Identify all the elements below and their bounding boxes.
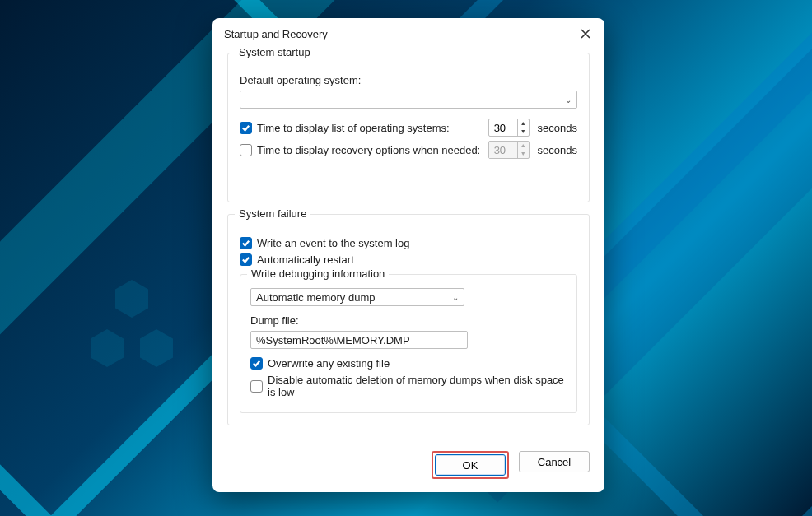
spin-down-icon[interactable]: ▼ xyxy=(518,128,529,136)
default-os-label: Default operating system: xyxy=(240,74,577,86)
display-recovery-seconds: ▲▼ xyxy=(488,141,530,159)
display-recovery-seconds-input xyxy=(489,142,517,158)
system-startup-legend: System startup xyxy=(235,46,315,58)
spin-up-icon[interactable]: ▲ xyxy=(518,119,529,128)
display-recovery-options-label: Time to display recovery options when ne… xyxy=(257,144,480,156)
auto-restart-label: Automatically restart xyxy=(257,253,354,266)
ok-button[interactable]: OK xyxy=(435,454,506,476)
close-icon[interactable] xyxy=(578,26,593,41)
disable-delete-checkbox[interactable] xyxy=(250,380,263,393)
dump-file-value: %SystemRoot%\MEMORY.DMP xyxy=(256,334,410,346)
write-event-checkbox[interactable] xyxy=(240,237,252,249)
debug-info-legend: Write debugging information xyxy=(247,267,389,280)
ok-button-highlight: OK xyxy=(432,451,509,479)
write-event-label: Write an event to the system log xyxy=(257,237,409,249)
spin-down-icon: ▼ xyxy=(518,150,529,158)
system-failure-legend: System failure xyxy=(235,207,310,220)
cancel-button[interactable]: Cancel xyxy=(519,451,590,472)
spin-up-icon: ▲ xyxy=(518,142,529,150)
seconds-unit: seconds xyxy=(538,144,577,156)
display-os-list-seconds-input[interactable] xyxy=(489,119,517,136)
dump-type-value: Automatic memory dump xyxy=(256,291,376,304)
display-os-list-label: Time to display list of operating system… xyxy=(257,122,450,134)
debug-info-group: Write debugging information Automatic me… xyxy=(240,274,577,413)
display-recovery-options-checkbox[interactable] xyxy=(240,144,252,156)
overwrite-label: Overwrite any existing file xyxy=(268,357,390,370)
system-startup-group: System startup Default operating system:… xyxy=(227,53,590,202)
titlebar: Startup and Recovery xyxy=(212,18,604,48)
chevron-down-icon: ⌄ xyxy=(565,95,572,105)
startup-recovery-dialog: Startup and Recovery System startup Defa… xyxy=(212,18,604,492)
dump-type-select[interactable]: Automatic memory dump ⌄ xyxy=(250,288,464,306)
display-os-list-seconds[interactable]: ▲▼ xyxy=(488,119,530,137)
display-os-list-checkbox[interactable] xyxy=(240,122,252,134)
seconds-unit: seconds xyxy=(538,122,577,134)
dialog-title: Startup and Recovery xyxy=(224,28,328,40)
default-os-select[interactable]: ⌄ xyxy=(240,91,577,109)
dialog-footer: OK Cancel xyxy=(212,441,604,492)
auto-restart-checkbox[interactable] xyxy=(240,253,252,266)
system-failure-group: System failure Write an event to the sys… xyxy=(227,214,590,425)
dump-file-input[interactable]: %SystemRoot%\MEMORY.DMP xyxy=(250,331,468,349)
chevron-down-icon: ⌄ xyxy=(452,293,459,302)
disable-delete-label: Disable automatic deletion of memory dum… xyxy=(268,374,567,398)
overwrite-checkbox[interactable] xyxy=(250,357,263,370)
dump-file-label: Dump file: xyxy=(250,314,567,327)
